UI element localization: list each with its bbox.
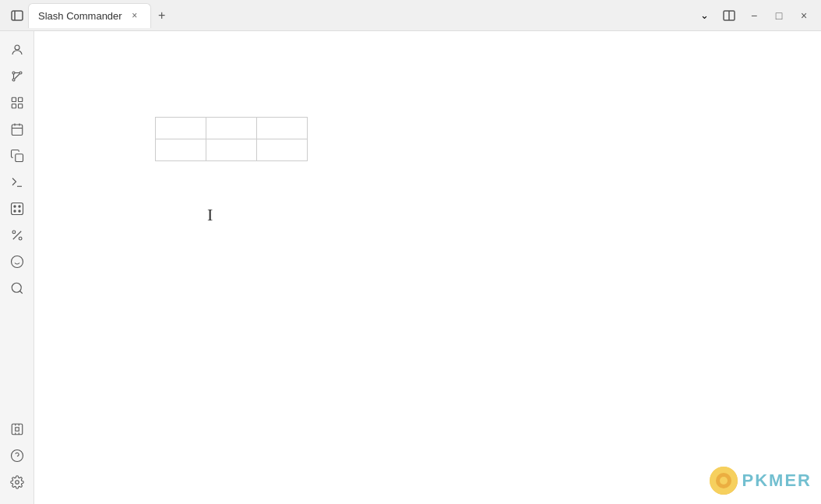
- main-area: I PKMER: [0, 31, 821, 504]
- close-button[interactable]: ×: [793, 5, 815, 26]
- svg-rect-34: [12, 424, 23, 435]
- title-bar-right: ⌄ − □ ×: [693, 5, 815, 26]
- sidebar-item-search[interactable]: [5, 276, 30, 301]
- table-row: [156, 139, 308, 161]
- svg-rect-21: [11, 203, 23, 215]
- svg-line-10: [15, 74, 19, 79]
- sidebar-item-fork[interactable]: [5, 64, 30, 89]
- maximize-button[interactable]: □: [768, 5, 790, 26]
- sidebar-item-terminal[interactable]: [5, 170, 30, 195]
- svg-rect-0: [12, 11, 23, 20]
- svg-rect-12: [18, 97, 22, 101]
- svg-line-26: [12, 231, 21, 240]
- chevron-down-button[interactable]: ⌄: [693, 5, 715, 26]
- sidebar-item-help[interactable]: [5, 443, 30, 468]
- minimize-button[interactable]: −: [743, 5, 765, 26]
- svg-rect-13: [12, 104, 16, 108]
- content-area[interactable]: I PKMER: [34, 31, 821, 504]
- sidebar-item-grid[interactable]: [5, 90, 30, 115]
- sidebar-item-plugin[interactable]: [5, 417, 30, 442]
- tab-area: Slash Commander × +: [28, 3, 693, 28]
- pkmer-logo: [710, 467, 738, 495]
- sidebar-bottom: [5, 417, 30, 498]
- svg-point-6: [19, 72, 22, 74]
- svg-point-27: [12, 231, 16, 234]
- svg-point-22: [13, 206, 15, 207]
- sidebar-item-settings[interactable]: [5, 470, 30, 495]
- svg-rect-14: [18, 104, 22, 108]
- text-cursor: I: [207, 206, 213, 224]
- svg-point-29: [11, 256, 23, 268]
- sidebar-toggle-button[interactable]: [6, 5, 28, 26]
- title-bar: Slash Commander × + ⌄ − □ ×: [0, 0, 821, 31]
- tab-title: Slash Commander: [38, 10, 122, 22]
- table-cell: [257, 118, 308, 139]
- table-cell: [206, 118, 257, 139]
- sidebar-item-percent[interactable]: [5, 223, 30, 248]
- pkmer-text: PKMER: [742, 471, 812, 491]
- table-row: [156, 118, 308, 139]
- svg-rect-11: [12, 97, 16, 101]
- table-cell: [257, 139, 308, 161]
- sidebar-item-dice[interactable]: [5, 196, 30, 221]
- svg-point-25: [18, 210, 19, 212]
- sidebar-item-calendar[interactable]: [5, 117, 30, 142]
- tab-slash-commander[interactable]: Slash Commander ×: [28, 3, 151, 28]
- svg-point-44: [720, 477, 728, 485]
- svg-rect-15: [12, 125, 23, 136]
- table-cell: [206, 139, 257, 161]
- sidebar: [0, 31, 34, 504]
- table-cell: [156, 139, 206, 161]
- svg-point-28: [19, 237, 22, 240]
- tab-close-button[interactable]: ×: [129, 9, 141, 22]
- svg-point-32: [12, 283, 21, 292]
- svg-rect-19: [15, 154, 23, 162]
- split-view-button[interactable]: [718, 5, 740, 26]
- new-tab-button[interactable]: +: [151, 5, 173, 26]
- content-table: [155, 117, 308, 161]
- svg-point-7: [12, 79, 15, 81]
- svg-point-5: [12, 72, 15, 74]
- table-cell: [156, 118, 206, 139]
- sidebar-item-copy[interactable]: [5, 143, 30, 168]
- title-bar-left: [6, 5, 28, 26]
- table-container: [155, 117, 308, 161]
- svg-line-33: [19, 291, 22, 293]
- svg-point-23: [18, 206, 19, 207]
- svg-point-39: [11, 450, 23, 462]
- sidebar-item-user[interactable]: [5, 37, 30, 62]
- pkmer-watermark: PKMER: [710, 467, 812, 495]
- svg-point-41: [15, 481, 19, 485]
- svg-point-4: [15, 45, 19, 50]
- sidebar-item-emoji[interactable]: [5, 249, 30, 274]
- svg-point-24: [13, 210, 15, 212]
